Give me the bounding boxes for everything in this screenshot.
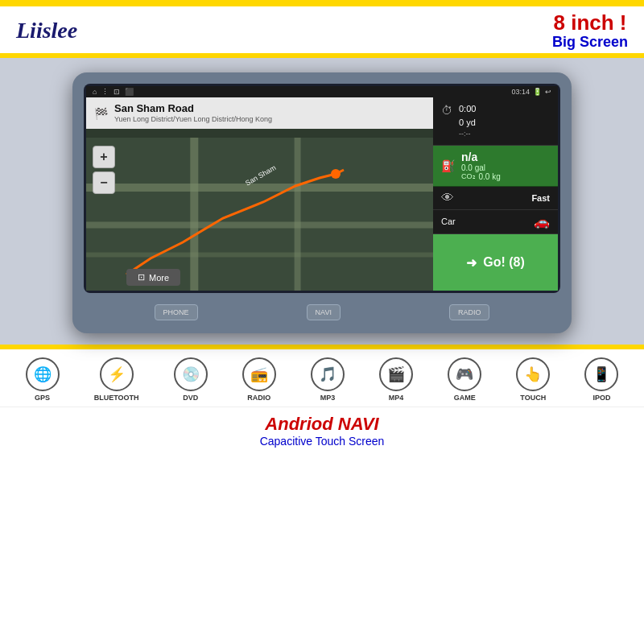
home-icon: ⌂ xyxy=(93,88,97,96)
co2-label: CO₂ xyxy=(461,172,476,180)
vehicle-section: Car 🚗 xyxy=(433,210,558,234)
back-icon: ⊡ xyxy=(114,88,120,96)
phone-button[interactable]: PHONE xyxy=(155,304,198,320)
time-display: 03:14 xyxy=(511,88,530,96)
vehicle-label: Car xyxy=(441,217,456,226)
radio-label: RADIO xyxy=(247,394,270,402)
destination-sub: Yuen Long District/Yuen Long District/Ho… xyxy=(114,115,272,124)
speed-section: 👁 Fast xyxy=(433,187,558,210)
go-label: Go! (8) xyxy=(483,255,525,270)
navi-button[interactable]: NAVI xyxy=(307,304,341,320)
unit-buttons: PHONE NAVI RADIO xyxy=(84,301,560,324)
icon-item-game: 🎮 GAME xyxy=(448,357,481,402)
map-background: San Sham xyxy=(86,138,433,291)
brand-logo: Liislee xyxy=(16,18,77,43)
header: Liislee 8 inch ! Big Screen xyxy=(0,6,644,53)
icon-item-bluetooth: ⚡ Bluetooth xyxy=(94,357,139,402)
destination-name: San Sham Road xyxy=(114,102,272,115)
footer-subtitle: Capacitive Touch Screen xyxy=(16,435,628,448)
svg-rect-5 xyxy=(295,138,301,291)
svg-rect-1 xyxy=(86,184,433,192)
icon-item-mp4: 🎬 MP4 xyxy=(379,357,413,402)
dist-value: 0 yd xyxy=(459,116,476,130)
game-icon: 🎮 xyxy=(448,357,481,391)
main-area: ⌂ ⋮ ⊡ ⬛ 03:14 🔋 ↩ 🏁 xyxy=(0,58,644,345)
more-button[interactable]: ⊡ More xyxy=(126,269,180,286)
svg-point-6 xyxy=(331,169,341,179)
eta-value: --:-- xyxy=(459,129,476,140)
gps-label: GPS xyxy=(35,394,50,402)
mp4-icon: 🎬 xyxy=(379,357,413,391)
car-icon: 🚗 xyxy=(534,214,550,229)
inch-label: 8 inch ! xyxy=(552,11,628,35)
destination-bar: 🏁 San Sham Road Yuen Long District/Yuen … xyxy=(86,97,433,128)
screen-icon: ⬛ xyxy=(125,88,134,96)
bluetooth-label: Bluetooth xyxy=(94,394,139,402)
radio-icon: 📻 xyxy=(242,357,276,391)
co2-value: 0.0 kg xyxy=(479,172,501,181)
zoom-out-button[interactable]: − xyxy=(93,171,115,194)
dvd-label: DVD xyxy=(183,394,198,402)
flag-icon: 🏁 xyxy=(94,107,108,120)
time-value: 0:00 xyxy=(459,102,476,116)
more-label: More xyxy=(149,273,169,283)
mp3-icon: 🎵 xyxy=(311,357,345,391)
touch-icon: 👆 xyxy=(516,357,550,391)
icon-item-ipod: 📱 IPOD xyxy=(584,357,618,402)
mp3-label: MP3 xyxy=(320,394,336,402)
status-bar: ⌂ ⋮ ⊡ ⬛ 03:14 🔋 ↩ xyxy=(86,86,558,97)
mp4-label: MP4 xyxy=(389,394,404,402)
svg-rect-2 xyxy=(86,222,433,229)
icon-item-mp3: 🎵 MP3 xyxy=(311,357,345,402)
fuel-label: n/a xyxy=(461,151,501,163)
tagline-block: 8 inch ! Big Screen xyxy=(552,11,628,50)
go-arrow-icon: ➜ xyxy=(466,255,477,270)
ipod-icon: 📱 xyxy=(584,357,618,391)
destination-info: San Sham Road Yuen Long District/Yuen Lo… xyxy=(114,102,272,123)
icon-item-dvd: 💿 DVD xyxy=(174,357,208,402)
map-roads: San Sham xyxy=(86,138,433,291)
screen-bezel: ⌂ ⋮ ⊡ ⬛ 03:14 🔋 ↩ 🏁 xyxy=(84,84,560,293)
ipod-label: IPOD xyxy=(592,394,610,402)
zoom-in-button[interactable]: + xyxy=(93,146,115,168)
map-area[interactable]: 🏁 San Sham Road Yuen Long District/Yuen … xyxy=(86,97,433,291)
speed-icon: 👁 xyxy=(441,191,454,205)
big-screen-label: Big Screen xyxy=(552,35,628,51)
svg-rect-3 xyxy=(86,253,433,258)
fuel-section: ⛽ n/a 0.0 gal CO₂ 0.0 kg xyxy=(433,146,558,187)
clock-icon: ⏱ xyxy=(441,104,452,117)
icons-section: 🌐 GPS ⚡ Bluetooth 💿 DVD 📻 RADIO 🎵 MP3 🎬 … xyxy=(0,349,644,407)
icon-item-radio: 📻 RADIO xyxy=(242,357,276,402)
svg-rect-4 xyxy=(190,138,198,291)
icon-item-gps: 🌐 GPS xyxy=(26,357,60,402)
status-right: 03:14 🔋 ↩ xyxy=(511,88,551,96)
status-left: ⌂ ⋮ ⊡ ⬛ xyxy=(93,88,134,96)
footer: Andriod NAVI Capacitive Touch Screen xyxy=(0,407,644,452)
back-nav-icon: ↩ xyxy=(545,88,551,96)
speed-value: Fast xyxy=(531,193,550,203)
more-icon: ⊡ xyxy=(138,272,145,283)
time-distance-section: ⏱ 0:00 0 yd --:-- xyxy=(433,97,558,146)
icon-item-touch: 👆 TOUCH xyxy=(516,357,550,402)
head-unit: ⌂ ⋮ ⊡ ⬛ 03:14 🔋 ↩ 🏁 xyxy=(72,72,572,333)
fuel-icon: ⛽ xyxy=(441,159,455,172)
battery-icon: 🔋 xyxy=(533,88,542,96)
map-controls: + − xyxy=(93,146,115,194)
footer-title: Andriod NAVI xyxy=(16,414,628,435)
bluetooth-icon: ⚡ xyxy=(100,357,134,391)
radio-button[interactable]: RADIO xyxy=(449,304,490,320)
gps-icon: 🌐 xyxy=(26,357,60,391)
time-distance-values: 0:00 0 yd --:-- xyxy=(459,102,476,140)
touch-label: TOUCH xyxy=(520,394,546,402)
info-panel: ⏱ 0:00 0 yd --:-- ⛽ n/a xyxy=(433,97,558,291)
nav-screen: 🏁 San Sham Road Yuen Long District/Yuen … xyxy=(86,97,558,291)
game-label: GAME xyxy=(454,394,476,402)
top-stripe xyxy=(0,0,644,6)
go-button[interactable]: ➜ Go! (8) xyxy=(433,234,558,291)
dvd-icon: 💿 xyxy=(174,357,208,391)
fuel-liters: 0.0 gal xyxy=(461,163,501,172)
menu-dots: ⋮ xyxy=(101,88,109,96)
